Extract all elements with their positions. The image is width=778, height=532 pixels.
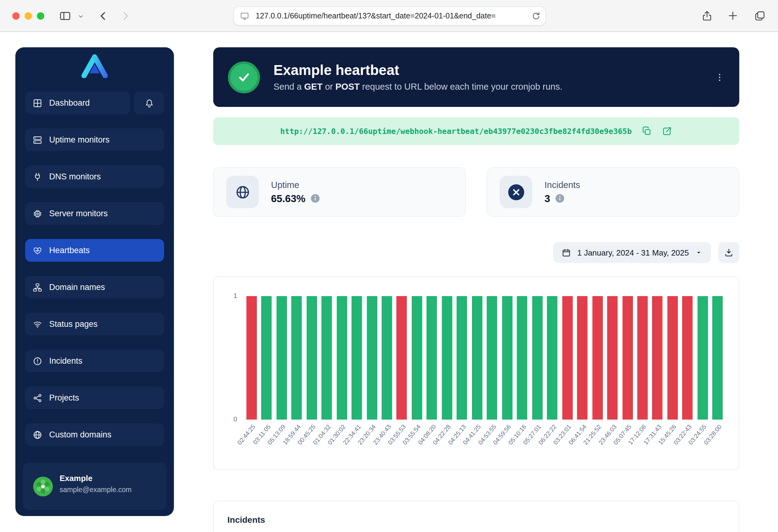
chart-bar[interactable] — [637, 296, 648, 420]
chart-bar[interactable] — [577, 296, 588, 420]
server-monitors-icon — [32, 208, 43, 218]
download-button[interactable] — [718, 242, 739, 263]
sidebar-item-label: Server monitors — [49, 209, 108, 218]
chart-bar[interactable] — [291, 296, 302, 420]
info-icon[interactable] — [311, 194, 320, 203]
forward-icon — [119, 10, 132, 22]
info-icon[interactable] — [555, 194, 564, 203]
chart-bar[interactable] — [652, 296, 663, 420]
date-range-label: 1 January, 2024 - 31 May, 2025 — [577, 248, 689, 257]
chart-bar[interactable] — [562, 296, 572, 420]
sidebar-item-dashboard[interactable]: Dashboard — [25, 92, 130, 114]
sidebar-item-dns-monitors[interactable]: DNS monitors — [25, 165, 164, 188]
chart-bar[interactable] — [532, 296, 542, 420]
tabs-icon[interactable] — [754, 10, 766, 21]
minimize-window-button[interactable] — [24, 12, 32, 20]
chart-card: 1 0 02:44:2503:11:0505:13:0918:59:4400:4… — [213, 276, 739, 470]
chart-bar[interactable] — [472, 296, 482, 420]
dns-monitors-icon — [32, 172, 43, 182]
chart-bar[interactable] — [457, 296, 467, 420]
chart-bar[interactable] — [607, 296, 618, 420]
plus-icon[interactable] — [727, 10, 739, 21]
chart-bar[interactable] — [382, 296, 392, 420]
incidents-icon — [32, 356, 43, 366]
sidebar-item-heartbeats[interactable]: Heartbeats — [25, 239, 164, 262]
chart-bar[interactable] — [547, 296, 557, 420]
chart-bar[interactable] — [397, 296, 407, 420]
webhook-url[interactable]: http://127.0.0.1/66uptime/webhook-heartb… — [280, 126, 632, 136]
incidents-value: 3 — [544, 193, 550, 204]
chart-bars — [244, 296, 725, 420]
sidebar-item-server-monitors[interactable]: Server monitors — [25, 202, 164, 225]
chart-bar[interactable] — [683, 296, 693, 420]
uptime-stat-text: Uptime 65.63% — [271, 180, 320, 204]
chart-bar[interactable] — [276, 296, 287, 420]
chart-bar[interactable] — [336, 296, 347, 420]
sidebar-toggle-icon[interactable] — [59, 10, 71, 22]
chart-bar[interactable] — [321, 296, 332, 420]
chart-bar[interactable] — [306, 296, 317, 420]
sidebar-item-label: Domain names — [49, 283, 105, 292]
domain-names-icon — [32, 282, 43, 292]
sidebar-item-projects[interactable]: Projects — [25, 386, 164, 409]
page-icon — [240, 11, 249, 21]
avatar — [32, 476, 54, 497]
user-email: sample@example.com — [60, 486, 132, 493]
sidebar-item-domain-names[interactable]: Domain names — [25, 276, 164, 298]
external-link-icon[interactable] — [662, 126, 672, 137]
kebab-menu-icon[interactable] — [712, 70, 727, 84]
chart-bar[interactable] — [517, 296, 527, 420]
chart-bar[interactable] — [412, 296, 422, 420]
close-window-button[interactable] — [12, 12, 20, 20]
address-bar[interactable]: 127.0.0.1/66uptime/heartbeat/13?&start_d… — [234, 7, 546, 25]
uptime-value: 65.63% — [271, 193, 305, 204]
caret-down-icon — [695, 249, 702, 256]
sidebar-item-label: Projects — [49, 393, 79, 403]
sidebar-item-custom-domains[interactable]: Custom domains — [25, 423, 164, 446]
chart-bar[interactable] — [442, 296, 452, 420]
webhook-url-bar: http://127.0.0.1/66uptime/webhook-heartb… — [213, 117, 739, 145]
sidebar-item-label: Status pages — [49, 320, 98, 329]
chart-bar[interactable] — [668, 296, 678, 420]
chart-bar[interactable] — [487, 296, 497, 420]
back-icon[interactable] — [97, 10, 109, 22]
ytick-bottom: 0 — [219, 415, 237, 423]
page-title: Example heartbeat — [274, 63, 562, 77]
x-circle-icon — [499, 176, 532, 208]
date-range-button[interactable]: 1 January, 2024 - 31 May, 2025 — [553, 242, 711, 263]
chevron-down-icon[interactable] — [77, 13, 84, 20]
sidebar-item-uptime-monitors[interactable]: Uptime monitors — [25, 128, 164, 151]
sidebar-item-incidents[interactable]: Incidents — [25, 350, 164, 372]
incidents-stat-card: Incidents 3 — [487, 167, 739, 217]
share-icon[interactable] — [701, 10, 713, 21]
page-subtitle: Send a GET or POST request to URL below … — [274, 81, 562, 91]
browser-window: 127.0.0.1/66uptime/heartbeat/13?&start_d… — [0, 0, 778, 532]
chart-bar[interactable] — [502, 296, 512, 420]
calendar-icon — [562, 248, 571, 257]
chart-bar[interactable] — [427, 296, 437, 420]
chart-bar[interactable] — [712, 296, 723, 420]
chart-bar[interactable] — [592, 296, 603, 420]
chart-bar[interactable] — [698, 296, 708, 420]
app-logo[interactable] — [80, 54, 109, 78]
user-account-panel[interactable]: Example sample@example.com — [23, 463, 166, 510]
sidebar-item-status-pages[interactable]: Status pages — [25, 313, 164, 335]
projects-icon — [32, 393, 43, 403]
chart-bar[interactable] — [622, 296, 633, 420]
reload-icon[interactable] — [531, 11, 541, 21]
chart-bar[interactable] — [246, 296, 256, 420]
copy-icon[interactable] — [641, 126, 652, 137]
sidebar-item-label: Heartbeats — [49, 246, 90, 255]
chart-bar[interactable] — [367, 296, 377, 420]
heartbeat-header-card: Example heartbeat Send a GET or POST req… — [213, 47, 739, 107]
notifications-button[interactable] — [134, 92, 164, 114]
uptime-monitors-icon — [32, 135, 43, 145]
incidents-section: Incidents — [213, 501, 739, 532]
zoom-window-button[interactable] — [37, 12, 44, 20]
sidebar-item-label: DNS monitors — [49, 172, 101, 181]
sidebar-item-label: Custom domains — [49, 430, 111, 439]
dashboard-icon — [32, 98, 43, 108]
chart-bar[interactable] — [261, 296, 271, 420]
chart-bar[interactable] — [352, 296, 362, 420]
sidebar-item-label: Incidents — [49, 356, 82, 365]
